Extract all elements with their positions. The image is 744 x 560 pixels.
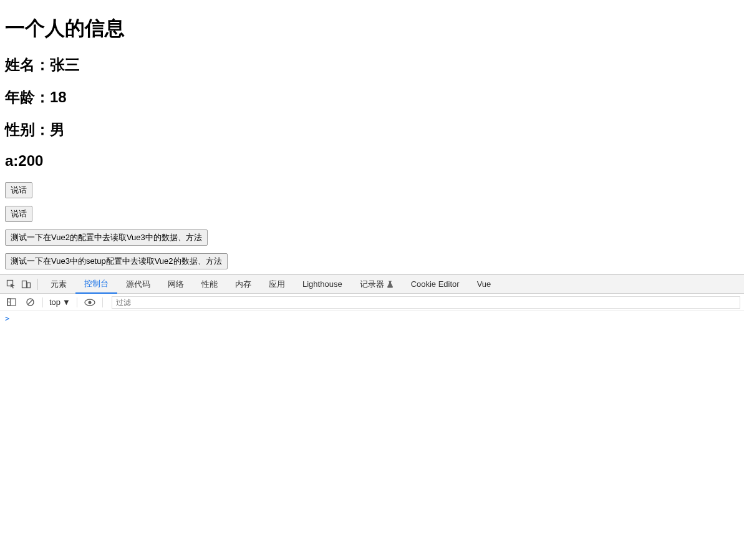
- clear-console-icon[interactable]: [22, 295, 37, 310]
- svg-rect-1: [22, 281, 27, 287]
- console-output[interactable]: >: [0, 311, 744, 523]
- console-subbar: top ▼: [0, 294, 744, 311]
- divider: [77, 297, 77, 307]
- tab-vue[interactable]: Vue: [468, 275, 500, 294]
- svg-rect-4: [7, 299, 16, 306]
- a-line: a:200: [5, 152, 739, 170]
- divider: [102, 297, 103, 307]
- tab-cookie-editor[interactable]: Cookie Editor: [402, 275, 468, 294]
- beaker-icon: [387, 281, 394, 288]
- inspect-element-icon[interactable]: [4, 277, 19, 292]
- console-filter-input[interactable]: [112, 296, 740, 309]
- test-vue2-read-vue3-button[interactable]: 测试一下在Vue2的配置中去读取Vue3中的数据、方法: [5, 229, 208, 246]
- live-expression-icon[interactable]: [82, 295, 97, 310]
- speak-button-1[interactable]: 说话: [5, 182, 32, 198]
- chevron-down-icon: ▼: [62, 297, 70, 307]
- devtools-panel: 元素 控制台 源代码 网络 性能 内存 应用 Lighthouse 记录器 Co…: [0, 274, 744, 523]
- tab-network[interactable]: 网络: [159, 275, 193, 294]
- age-line: 年龄：18: [5, 87, 739, 107]
- divider: [37, 279, 38, 290]
- device-toolbar-icon[interactable]: [19, 277, 34, 292]
- console-sidebar-toggle-icon[interactable]: [4, 295, 19, 310]
- svg-line-7: [27, 300, 32, 305]
- tab-recorder-label: 记录器: [360, 279, 384, 290]
- gender-line: 性别：男: [5, 120, 739, 140]
- divider: [42, 297, 43, 307]
- tab-sources[interactable]: 源代码: [117, 275, 159, 294]
- tab-elements[interactable]: 元素: [42, 275, 75, 294]
- tab-performance[interactable]: 性能: [193, 275, 226, 294]
- console-prompt: >: [5, 314, 9, 323]
- tab-recorder[interactable]: 记录器: [351, 275, 402, 294]
- tab-lighthouse[interactable]: Lighthouse: [294, 275, 351, 294]
- svg-point-9: [88, 301, 91, 304]
- tab-memory[interactable]: 内存: [226, 275, 260, 294]
- devtools-tabbar: 元素 控制台 源代码 网络 性能 内存 应用 Lighthouse 记录器 Co…: [0, 275, 744, 294]
- context-selector[interactable]: top ▼: [48, 297, 72, 307]
- page-title: 一个人的信息: [5, 15, 739, 42]
- tab-application[interactable]: 应用: [260, 275, 294, 294]
- svg-rect-3: [389, 281, 392, 281]
- name-line: 姓名：张三: [5, 55, 739, 75]
- context-selector-label: top: [49, 297, 60, 307]
- page-content: 一个人的信息 姓名：张三 年龄：18 性别：男 a:200 说话 说话 测试一下…: [0, 0, 744, 274]
- test-vue3-read-vue2-button[interactable]: 测试一下在Vue3中的setup配置中去读取Vue2的数据、方法: [5, 253, 228, 269]
- tab-console[interactable]: 控制台: [75, 275, 117, 294]
- svg-rect-2: [27, 282, 31, 287]
- speak-button-2[interactable]: 说话: [5, 206, 32, 222]
